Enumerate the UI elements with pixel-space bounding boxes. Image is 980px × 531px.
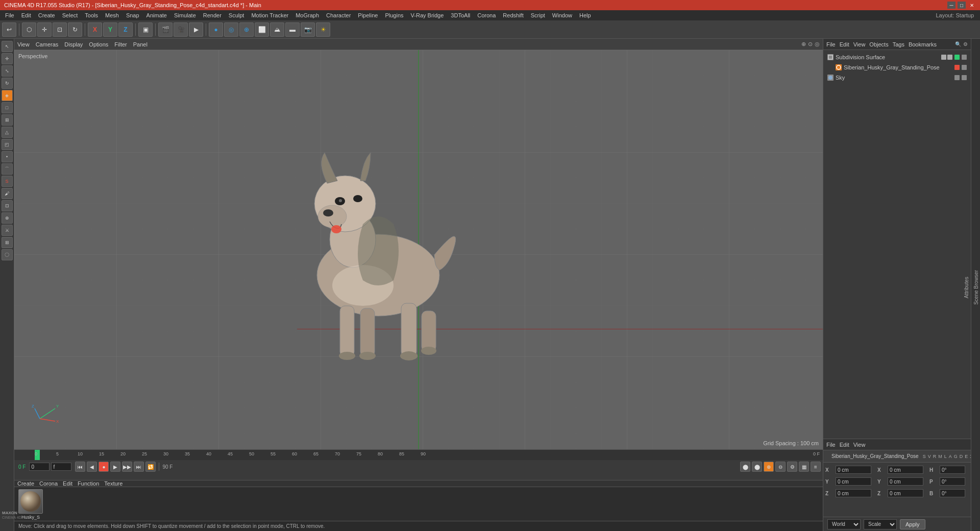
attr-scale-x[interactable]: [888, 466, 923, 474]
vp-menu-cameras[interactable]: Cameras: [36, 41, 59, 47]
vp-menu-view[interactable]: View: [17, 41, 30, 47]
material-item[interactable]: Husky_S: [18, 489, 43, 520]
toolbar-floor[interactable]: ▬: [285, 22, 300, 37]
left-rotate[interactable]: ↻: [2, 78, 13, 89]
mat-menu-corona[interactable]: Corona: [39, 480, 58, 487]
left-paint[interactable]: 🖌: [2, 188, 13, 199]
tl-keyframe-next[interactable]: ⬤: [752, 462, 762, 472]
tl-play-reverse-btn[interactable]: ⏮: [75, 462, 85, 472]
left-uvw[interactable]: ⊞: [2, 114, 13, 126]
tl-play-fwd-btn[interactable]: ⏭: [134, 462, 144, 472]
menu-help[interactable]: Help: [576, 11, 594, 19]
minimize-button[interactable]: ─: [947, 2, 955, 9]
menu-window[interactable]: Window: [549, 11, 575, 19]
toolbar-camera[interactable]: 📷: [301, 22, 315, 37]
vp-menu-filter[interactable]: Filter: [114, 41, 127, 47]
toolbar-sphere[interactable]: ●: [209, 22, 223, 37]
tl-auto-key[interactable]: ⚙: [787, 462, 797, 472]
toolbar-ring[interactable]: ◎: [224, 22, 238, 37]
left-subdivide[interactable]: ⊡: [2, 200, 13, 211]
obj-menu-view[interactable]: View: [853, 41, 866, 47]
left-poly[interactable]: △: [2, 127, 13, 138]
left-magnet[interactable]: ⊗: [2, 212, 13, 224]
menu-animate[interactable]: Animate: [143, 11, 170, 19]
obj-row-husky[interactable]: Siberian_Husky_Gray_Standing_Pose: [825, 62, 969, 73]
left-edge[interactable]: ◰: [2, 139, 13, 150]
timeline-frame-input[interactable]: [29, 463, 50, 471]
menu-snap[interactable]: Snap: [123, 11, 142, 19]
menu-plugins[interactable]: Plugins: [382, 11, 406, 19]
attr-scale-y[interactable]: [888, 477, 923, 486]
vp-menu-options[interactable]: Options: [89, 41, 108, 47]
left-grid[interactable]: ⊞: [2, 237, 13, 248]
tl-step-back-btn[interactable]: ◀: [87, 462, 97, 472]
vp-control-zoom[interactable]: ⊙: [808, 41, 813, 47]
apply-button[interactable]: Apply: [900, 519, 925, 529]
menu-corona[interactable]: Corona: [474, 11, 499, 19]
tl-play-btn[interactable]: ▶: [110, 462, 120, 472]
toolbar-scale[interactable]: ⊡: [53, 22, 67, 37]
vp-menu-panel[interactable]: Panel: [133, 41, 148, 47]
vp-control-fit[interactable]: ◎: [815, 41, 820, 47]
left-cursor[interactable]: ↖: [2, 41, 13, 52]
obj-menu-bookmarks[interactable]: Bookmarks: [909, 41, 937, 47]
obj-menu-file[interactable]: File: [826, 41, 836, 47]
menu-script[interactable]: Script: [528, 11, 548, 19]
obj-render-husky[interactable]: [962, 65, 967, 70]
left-spline[interactable]: ⌒: [2, 163, 13, 175]
attr-scale-z[interactable]: [888, 489, 923, 497]
obj-visible-subdivision[interactable]: [954, 55, 960, 60]
toolbar-light[interactable]: ☀: [316, 22, 330, 37]
left-sculpt[interactable]: 〇: [2, 249, 13, 260]
toolbar-rotate[interactable]: ↻: [68, 22, 82, 37]
close-button[interactable]: ✕: [968, 2, 976, 9]
left-knife[interactable]: ⚔: [2, 225, 13, 236]
attr-rot-h[interactable]: [940, 466, 965, 474]
mat-menu-texture[interactable]: Texture: [104, 480, 122, 487]
toolbar-cube[interactable]: ⬜: [255, 22, 269, 37]
vp-menu-display[interactable]: Display: [64, 41, 83, 47]
obj-menu-objects[interactable]: Objects: [869, 41, 888, 47]
tl-keyframe-prev[interactable]: ⬤: [740, 462, 750, 472]
attr-pos-y[interactable]: [836, 477, 871, 486]
menu-character[interactable]: Character: [323, 11, 354, 19]
left-object-mode[interactable]: ◈: [2, 90, 13, 101]
menu-create[interactable]: Create: [35, 11, 58, 19]
mat-menu-create[interactable]: Create: [17, 480, 34, 487]
menu-mograph[interactable]: MoGraph: [292, 11, 322, 19]
scale-select[interactable]: Scale Absolute: [864, 519, 897, 529]
toolbar-render-region[interactable]: 🎬: [158, 22, 173, 37]
attr-menu-file[interactable]: File: [826, 442, 836, 448]
toolbar-undo[interactable]: ↩: [2, 22, 16, 37]
toolbar-axis-y[interactable]: Y: [103, 22, 117, 37]
mat-menu-edit[interactable]: Edit: [63, 480, 72, 487]
menu-sculpt[interactable]: Sculpt: [226, 11, 248, 19]
toolbar-move[interactable]: ✛: [37, 22, 52, 37]
tl-step-fwd-btn[interactable]: ▶▶: [122, 462, 132, 472]
toolbar-select[interactable]: ⬡: [22, 22, 36, 37]
toolbar-rect-select[interactable]: ▣: [138, 22, 153, 37]
toolbar-render-view[interactable]: 🎥: [174, 22, 188, 37]
left-move[interactable]: ✛: [2, 53, 13, 64]
toolbar-axis-x[interactable]: X: [88, 22, 102, 37]
attr-pos-z[interactable]: [836, 489, 871, 497]
attr-rot-b[interactable]: [940, 489, 965, 497]
menu-vray[interactable]: V-Ray Bridge: [408, 11, 447, 19]
left-scale[interactable]: ⤡: [2, 65, 13, 77]
timeline-frame-input2[interactable]: [51, 463, 71, 471]
coord-system-select[interactable]: World Object Camera: [827, 519, 861, 529]
menu-edit[interactable]: Edit: [18, 11, 34, 19]
menu-render[interactable]: Render: [200, 11, 225, 19]
material-thumbnail[interactable]: [18, 489, 43, 514]
menu-motiontracker[interactable]: Motion Tracker: [248, 11, 291, 19]
menu-simulate[interactable]: Simulate: [171, 11, 199, 19]
left-model-mode[interactable]: □: [2, 102, 13, 113]
tl-loop-btn[interactable]: 🔁: [145, 462, 156, 472]
tab-scene-browser[interactable]: Scene Browser: [972, 267, 980, 308]
menu-tools[interactable]: Tools: [82, 11, 101, 19]
obj-filter-icon[interactable]: ⚙: [963, 41, 968, 47]
menu-mesh[interactable]: Mesh: [102, 11, 122, 19]
tl-add-key[interactable]: ⊕: [764, 462, 774, 472]
menu-file[interactable]: File: [2, 11, 17, 19]
menu-3dtoall[interactable]: 3DToAll: [448, 11, 473, 19]
